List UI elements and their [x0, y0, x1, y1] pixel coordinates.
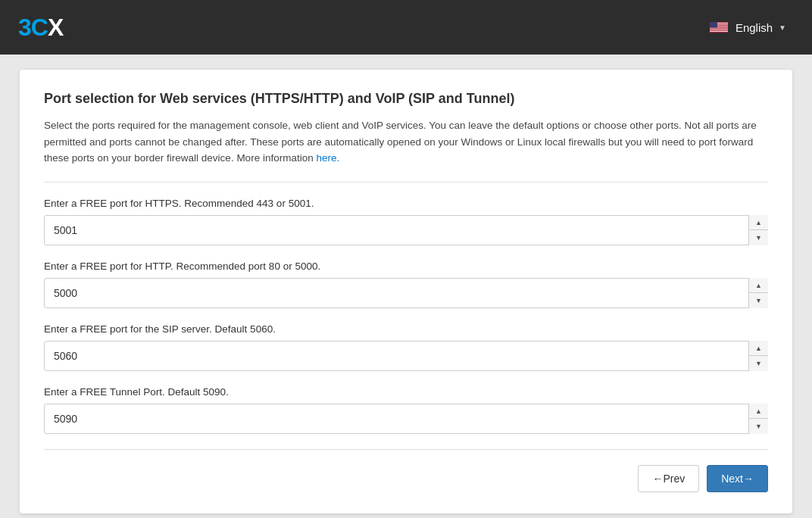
https-port-input[interactable] — [44, 215, 768, 245]
https-port-up[interactable]: ▲ — [749, 215, 768, 231]
chevron-down-icon: ▼ — [779, 23, 786, 32]
tunnel-port-input-wrapper: ▲ ▼ — [44, 404, 768, 434]
content-card: Port selection for Web services (HTTPS/H… — [20, 70, 792, 513]
more-info-link[interactable]: here. — [316, 152, 339, 164]
logo-text: 3CX — [18, 14, 63, 42]
tunnel-port-label: Enter a FREE Tunnel Port. Default 5090. — [44, 386, 768, 398]
https-port-label: Enter a FREE port for HTTPS. Recommended… — [44, 198, 768, 209]
sip-port-down[interactable]: ▼ — [749, 356, 768, 371]
page-title: Port selection for Web services (HTTPS/H… — [44, 91, 768, 107]
sip-port-input-wrapper: ▲ ▼ — [44, 341, 768, 371]
language-selector[interactable]: English ▼ — [702, 17, 794, 39]
tunnel-port-spin: ▲ ▼ — [748, 404, 768, 434]
svg-rect-10 — [710, 30, 728, 31]
logo: 3CX — [18, 14, 63, 42]
tunnel-port-up[interactable]: ▲ — [749, 404, 768, 420]
https-port-input-wrapper: ▲ ▼ — [44, 215, 768, 245]
tunnel-port-input[interactable] — [44, 404, 768, 434]
next-button[interactable]: Next→ — [707, 465, 768, 492]
svg-rect-13 — [710, 22, 717, 28]
http-port-label: Enter a FREE port for HTTP. Recommended … — [44, 261, 768, 272]
tunnel-port-down[interactable]: ▼ — [749, 419, 768, 434]
bottom-divider — [44, 449, 768, 450]
sip-port-up[interactable]: ▲ — [749, 341, 768, 357]
sip-port-label: Enter a FREE port for the SIP server. De… — [44, 323, 768, 335]
https-port-down[interactable]: ▼ — [749, 230, 768, 245]
app-header: 3CX English ▼ — [0, 0, 812, 55]
sip-port-group: Enter a FREE port for the SIP server. De… — [44, 323, 768, 371]
prev-button[interactable]: ←Prev — [638, 465, 699, 492]
http-port-up[interactable]: ▲ — [749, 278, 768, 294]
svg-rect-11 — [710, 31, 728, 32]
svg-rect-12 — [710, 32, 728, 33]
svg-rect-9 — [710, 30, 728, 30]
sip-port-input[interactable] — [44, 341, 768, 371]
page-description: Select the ports required for the manage… — [44, 117, 768, 167]
http-port-input[interactable] — [44, 278, 768, 308]
https-port-spin: ▲ ▼ — [748, 215, 768, 245]
http-port-down[interactable]: ▼ — [749, 293, 768, 308]
svg-rect-7 — [710, 28, 728, 29]
description-text: Select the ports required for the manage… — [44, 120, 757, 164]
main-wrapper: Port selection for Web services (HTTPS/H… — [0, 55, 812, 518]
http-port-group: Enter a FREE port for HTTP. Recommended … — [44, 261, 768, 308]
tunnel-port-group: Enter a FREE Tunnel Port. Default 5090. … — [44, 386, 768, 434]
sip-port-spin: ▲ ▼ — [748, 341, 768, 371]
http-port-spin: ▲ ▼ — [748, 278, 768, 308]
language-label: English — [735, 21, 773, 34]
top-divider — [44, 182, 768, 183]
us-flag-icon — [710, 22, 728, 33]
https-port-group: Enter a FREE port for HTTPS. Recommended… — [44, 198, 768, 245]
svg-rect-8 — [710, 29, 728, 30]
http-port-input-wrapper: ▲ ▼ — [44, 278, 768, 308]
footer-actions: ←Prev Next→ — [44, 465, 768, 492]
